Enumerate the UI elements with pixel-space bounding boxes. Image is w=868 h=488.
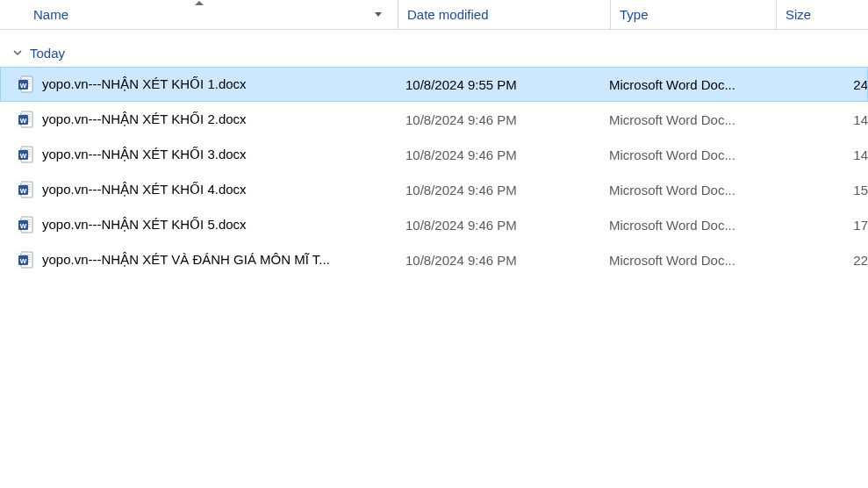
file-row[interactable]: W yopo.vn---NHẬN XÉT KHỐI 5.docx10/8/202… (0, 207, 868, 242)
file-row[interactable]: W yopo.vn---NHẬN XÉT VÀ ĐÁNH GIÁ MÔN MĨ … (0, 242, 868, 277)
file-name: yopo.vn---NHẬN XÉT KHỐI 4.docx (42, 182, 247, 197)
file-date: 10/8/2024 9:46 PM (398, 253, 609, 268)
column-label-date: Date modified (407, 7, 489, 22)
svg-text:W: W (20, 257, 27, 265)
file-row[interactable]: W yopo.vn---NHẬN XÉT KHỐI 4.docx10/8/202… (0, 172, 868, 207)
sort-ascending-icon (195, 1, 204, 5)
column-header-type[interactable]: Type (611, 0, 777, 29)
file-type: Microsoft Word Doc... (609, 112, 776, 127)
column-label-size: Size (786, 7, 811, 22)
column-header-size[interactable]: Size (777, 0, 868, 29)
group-header-today[interactable]: Today (0, 39, 868, 67)
svg-rect-36 (23, 255, 31, 255)
file-name-cell: W yopo.vn---NHẬN XÉT KHỐI 5.docx (18, 216, 398, 233)
svg-rect-15 (23, 149, 31, 150)
file-size: 14 (776, 112, 868, 127)
file-name: yopo.vn---NHẬN XÉT KHỐI 1.docx (42, 76, 247, 92)
file-size: 22 (776, 253, 868, 268)
file-date: 10/8/2024 9:46 PM (398, 147, 609, 162)
column-dropdown-name[interactable] (371, 12, 385, 17)
svg-rect-1 (23, 79, 31, 80)
chevron-down-icon (375, 12, 382, 17)
file-row[interactable]: W yopo.vn---NHẬN XÉT KHỐI 1.docx10/8/202… (0, 67, 868, 102)
word-document-icon: W (18, 181, 35, 198)
word-document-icon: W (18, 216, 35, 233)
word-document-icon: W (18, 111, 35, 128)
column-header-row: Name Date modified Type Size (0, 0, 868, 30)
file-name-cell: W yopo.vn---NHẬN XÉT KHỐI 3.docx (18, 146, 398, 163)
file-name-cell: W yopo.vn---NHẬN XÉT KHỐI 1.docx (18, 75, 398, 93)
file-type: Microsoft Word Doc... (609, 147, 776, 162)
file-type: Microsoft Word Doc... (609, 218, 776, 233)
column-label-name: Name (33, 7, 68, 22)
word-document-icon: W (18, 251, 35, 269)
word-document-icon: W (18, 75, 35, 93)
svg-rect-29 (23, 219, 31, 220)
file-type: Microsoft Word Doc... (609, 253, 776, 268)
file-name: yopo.vn---NHẬN XÉT KHỐI 2.docx (42, 111, 247, 127)
file-name: yopo.vn---NHẬN XÉT KHỐI 5.docx (42, 217, 247, 233)
file-size: 15 (776, 183, 868, 197)
word-document-icon: W (18, 146, 35, 163)
file-date: 10/8/2024 9:46 PM (398, 218, 609, 233)
svg-rect-8 (23, 114, 31, 115)
svg-text:W: W (20, 222, 27, 230)
file-date: 10/8/2024 9:55 PM (398, 77, 609, 92)
file-size: 17 (776, 218, 868, 233)
file-name-cell: W yopo.vn---NHẬN XÉT VÀ ĐÁNH GIÁ MÔN MĨ … (18, 251, 398, 269)
chevron-down-icon (12, 47, 23, 58)
column-header-date[interactable]: Date modified (398, 0, 611, 29)
svg-text:W: W (20, 187, 27, 195)
svg-rect-22 (23, 184, 31, 185)
file-row[interactable]: W yopo.vn---NHẬN XÉT KHỐI 3.docx10/8/202… (0, 137, 868, 172)
file-size: 14 (776, 147, 868, 162)
file-date: 10/8/2024 9:46 PM (398, 112, 609, 127)
column-header-name[interactable]: Name (0, 0, 398, 29)
file-name-cell: W yopo.vn---NHẬN XÉT KHỐI 2.docx (18, 111, 398, 128)
svg-text:W: W (20, 117, 27, 125)
file-type: Microsoft Word Doc... (609, 183, 776, 197)
file-name-cell: W yopo.vn---NHẬN XÉT KHỐI 4.docx (18, 181, 398, 198)
svg-text:W: W (20, 152, 27, 160)
file-row[interactable]: W yopo.vn---NHẬN XÉT KHỐI 2.docx10/8/202… (0, 102, 868, 137)
file-type: Microsoft Word Doc... (609, 77, 776, 92)
file-date: 10/8/2024 9:46 PM (398, 183, 609, 197)
group-label: Today (30, 46, 65, 61)
file-name: yopo.vn---NHẬN XÉT KHỐI 3.docx (42, 147, 247, 162)
file-size: 24 (776, 77, 868, 92)
file-name: yopo.vn---NHẬN XÉT VÀ ĐÁNH GIÁ MÔN MĨ T.… (42, 252, 330, 268)
column-label-type: Type (620, 7, 649, 22)
svg-text:W: W (20, 82, 27, 90)
file-list: Today W yopo.vn---NHẬN XÉT KHỐI 1.docx10… (0, 30, 868, 277)
